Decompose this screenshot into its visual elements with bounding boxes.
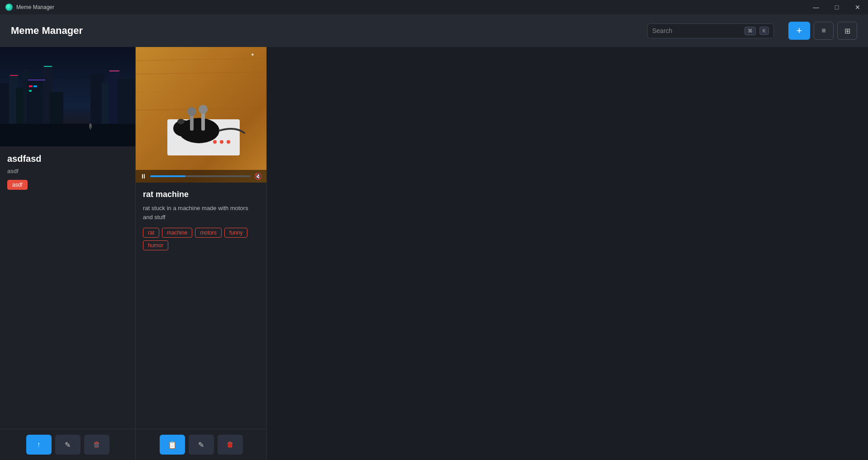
svg-rect-15 xyxy=(28,80,45,80)
window-controls: — □ ✕ xyxy=(806,0,868,14)
upload-button[interactable]: ↑ xyxy=(26,435,52,455)
svg-rect-13 xyxy=(10,75,18,76)
detail-meme-description: rat stuck in a machine made with motors … xyxy=(143,204,259,221)
list-view-button[interactable]: ≡ xyxy=(814,22,834,40)
left-card-name: asdfasd xyxy=(7,154,128,164)
search-kbd1: ⌘ xyxy=(745,27,756,35)
left-card-tags: asdf xyxy=(7,180,128,190)
video-controls: ⏸ 🔇 xyxy=(136,170,266,183)
svg-point-30 xyxy=(220,140,223,144)
search-box[interactable]: ⌘ K xyxy=(647,23,774,38)
maximize-button[interactable]: □ xyxy=(826,0,847,14)
svg-point-37 xyxy=(187,107,196,116)
search-kbd2: K xyxy=(759,27,769,35)
detail-video: ● ⏸ 🔇 xyxy=(136,47,266,183)
app-icon xyxy=(5,4,13,11)
svg-rect-17 xyxy=(29,85,33,87)
close-button[interactable]: ✕ xyxy=(847,0,868,14)
delete-icon-left: 🗑 xyxy=(93,441,100,449)
delete-button-detail[interactable]: 🗑 xyxy=(218,435,243,455)
titlebar-title: Meme Manager xyxy=(16,4,54,10)
svg-rect-23 xyxy=(136,47,266,183)
svg-rect-19 xyxy=(29,90,32,92)
delete-button-left[interactable]: 🗑 xyxy=(84,435,109,455)
left-card-actions: ↑ ✎ 🗑 xyxy=(0,429,135,460)
left-tag-0: asdf xyxy=(7,180,28,190)
left-card-description: asdf xyxy=(7,168,128,174)
delete-icon-detail: 🗑 xyxy=(227,441,234,449)
detail-info: rat machine rat stuck in a machine made … xyxy=(136,183,266,429)
left-card-info: asdfasd asdf asdf xyxy=(0,146,135,429)
app-title: Meme Manager xyxy=(11,25,83,37)
edit-button-left[interactable]: ✎ xyxy=(55,435,81,455)
svg-rect-18 xyxy=(33,85,37,87)
detail-tag-machine: machine xyxy=(162,228,192,238)
detail-meme-name: rat machine xyxy=(143,190,259,199)
svg-point-29 xyxy=(213,140,217,144)
left-card-panel: asdfasd asdf asdf ↑ ✎ 🗑 xyxy=(0,47,136,460)
copy-button[interactable]: 📋 xyxy=(160,435,185,455)
detail-tag-rat: rat xyxy=(143,228,159,238)
pause-button[interactable]: ⏸ xyxy=(140,173,147,180)
svg-rect-20 xyxy=(0,124,135,146)
svg-rect-16 xyxy=(109,70,119,71)
svg-point-34 xyxy=(177,119,185,124)
cyberpunk-image xyxy=(0,47,135,146)
city-skyline-svg xyxy=(0,47,135,146)
detail-panel: ● ⏸ 🔇 rat machine rat stuck in a machine… xyxy=(136,47,267,460)
upload-icon: ↑ xyxy=(37,441,41,449)
edit-icon-detail: ✎ xyxy=(198,441,204,449)
detail-panel-actions: 📋 ✎ 🗑 xyxy=(136,429,266,460)
svg-rect-14 xyxy=(44,66,52,67)
left-card-thumbnail xyxy=(0,47,135,146)
header: Meme Manager ⌘ K + ≡ ⊞ xyxy=(0,14,868,47)
rat-video-svg: ● xyxy=(136,47,266,183)
svg-point-38 xyxy=(199,105,208,114)
add-meme-button[interactable]: + xyxy=(788,22,810,40)
video-progress-fill xyxy=(150,175,185,177)
edit-button-detail[interactable]: ✎ xyxy=(189,435,214,455)
svg-text:●: ● xyxy=(251,52,254,57)
video-progress-bar[interactable] xyxy=(150,175,251,177)
empty-content-area xyxy=(267,47,868,460)
grid-view-button[interactable]: ⊞ xyxy=(837,22,857,40)
volume-button[interactable]: 🔇 xyxy=(254,173,262,180)
svg-rect-22 xyxy=(90,126,91,130)
detail-tags: rat machine motors funny humor xyxy=(143,228,259,250)
titlebar: Meme Manager — □ ✕ xyxy=(0,0,868,14)
svg-point-31 xyxy=(227,140,230,144)
main-content: asdfasd asdf asdf ↑ ✎ 🗑 xyxy=(0,47,868,460)
search-input[interactable] xyxy=(652,27,741,34)
header-actions: + ≡ ⊞ xyxy=(788,22,857,40)
edit-icon-left: ✎ xyxy=(65,441,71,449)
detail-tag-motors: motors xyxy=(195,228,222,238)
minimize-button[interactable]: — xyxy=(806,0,826,14)
detail-tag-humor: humor xyxy=(143,240,168,250)
copy-icon: 📋 xyxy=(168,441,177,449)
detail-tag-funny: funny xyxy=(224,228,247,238)
